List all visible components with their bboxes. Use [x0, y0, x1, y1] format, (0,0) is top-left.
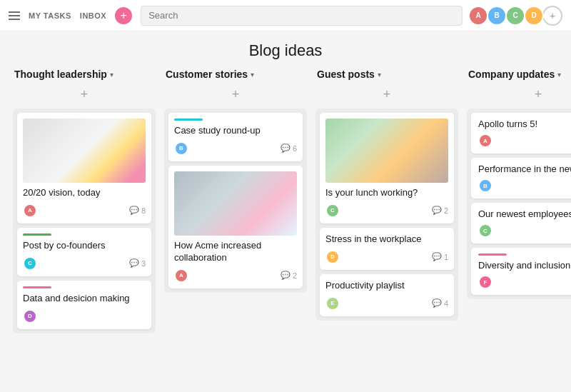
card-comment-count: 💬6 [281, 144, 297, 153]
add-collaborator-button[interactable]: + [542, 6, 562, 26]
card-avatar: C [325, 203, 340, 218]
card-title: Stress in the workplace [325, 233, 448, 246]
card-comment-count: 💬1 [432, 252, 448, 261]
card-avatar: B [478, 179, 492, 193]
hamburger-menu[interactable] [9, 11, 20, 20]
avatar-1[interactable]: A [468, 6, 488, 26]
column-title-thought-leadership: Thought leadership [14, 69, 107, 80]
column-cards-customer-stories: Case study round-up B 💬6 How Acme increa… [164, 109, 307, 293]
column-header-company-updates: Company updates ▾ [467, 69, 571, 80]
card-footer: B [478, 179, 571, 193]
card-avatar: C [478, 223, 492, 238]
card-lunch-working[interactable]: Is your lunch working? C 💬2 [320, 113, 454, 223]
card-footer: F [478, 275, 571, 289]
card-performance-new-year[interactable]: Performance in the new year B [471, 158, 571, 198]
card-bar [23, 233, 51, 236]
my-tasks-link[interactable]: MY TASKS [29, 11, 71, 20]
card-title: Our newest employees [478, 208, 571, 219]
column-title-customer-stories: Customer stories [166, 69, 248, 80]
card-bar [478, 253, 507, 256]
card-title: Post by co-founders [23, 240, 146, 252]
column-cards-thought-leadership: 20/20 vision, today A 💬8 Post by co-foun… [13, 109, 156, 333]
add-card-company-updates[interactable]: + [467, 84, 571, 104]
card-title: Performance in the new year [478, 164, 571, 174]
card-comment-count: 💬3 [129, 258, 146, 268]
add-card-guest-posts[interactable]: + [315, 84, 458, 104]
add-card-customer-stories[interactable]: + [164, 84, 307, 104]
avatar-2[interactable]: B [487, 6, 507, 26]
top-navigation: MY TASKS INBOX + A B C D + [0, 0, 571, 31]
card-title: Is your lunch working? [325, 187, 448, 199]
card-footer: D 💬1 [325, 250, 448, 264]
card-acme-collaboration[interactable]: How Acme increased collaboration A 💬2 [168, 166, 303, 288]
column-title-guest-posts: Guest posts [317, 69, 375, 80]
card-title: How Acme increased collaboration [174, 240, 297, 264]
column-thought-leadership: Thought leadership ▾ + 20/20 vision, tod… [13, 69, 156, 383]
card-footer: C [478, 223, 571, 238]
card-post-by-cofounders[interactable]: Post by co-founders C 💬3 [17, 228, 151, 276]
column-header-thought-leadership: Thought leadership ▾ [13, 69, 156, 80]
card-avatar: C [23, 256, 37, 271]
card-footer: A 💬2 [174, 268, 297, 283]
collaborators-avatars: A B C D + [471, 6, 562, 26]
card-comment-count: 💬2 [281, 271, 297, 280]
card-avatar: A [478, 134, 492, 148]
kanban-board: Thought leadership ▾ + 20/20 vision, tod… [0, 69, 571, 392]
card-footer: B 💬6 [174, 141, 297, 156]
card-productivity-playlist[interactable]: Productivity playlist E 💬4 [320, 274, 454, 316]
card-case-study[interactable]: Case study round-up B 💬6 [168, 113, 303, 161]
card-newest-employees[interactable]: Our newest employees C [471, 203, 571, 243]
card-footer: E 💬4 [325, 296, 448, 311]
card-title: Productivity playlist [325, 280, 448, 292]
add-card-thought-leadership[interactable]: + [13, 84, 156, 104]
card-footer: A 💬8 [23, 203, 146, 218]
card-footer: D [23, 309, 146, 323]
card-comment-count: 💬2 [432, 206, 448, 215]
card-avatar: A [174, 268, 188, 283]
card-title: Case study round-up [174, 125, 297, 137]
card-avatar: E [325, 296, 340, 311]
inbox-link[interactable]: INBOX [80, 11, 106, 20]
card-data-decision[interactable]: Data and desicion making D [17, 281, 151, 329]
column-guest-posts: Guest posts ▾ + Is your lunch working? C… [315, 69, 458, 383]
avatar-4[interactable]: D [524, 6, 544, 26]
column-header-customer-stories: Customer stories ▾ [164, 69, 307, 80]
card-bar [23, 286, 51, 288]
column-company-updates: Company updates ▾ + Apollo turns 5! A Pe… [467, 69, 571, 383]
card-title: Data and desicion making [23, 293, 146, 305]
card-avatar: F [478, 275, 492, 289]
card-footer: A [478, 134, 571, 148]
add-button[interactable]: + [115, 7, 132, 24]
card-diversity-inclusion[interactable]: Diversity and inclusion F [471, 248, 571, 295]
card-comment-count: 💬8 [129, 206, 146, 215]
card-avatar: D [325, 250, 340, 264]
chevron-icon: ▾ [251, 71, 254, 79]
chevron-icon: ▾ [378, 71, 381, 79]
card-bar [174, 119, 203, 121]
column-title-company-updates: Company updates [468, 69, 555, 80]
card-footer: C 💬3 [23, 256, 146, 271]
card-avatar: A [23, 203, 37, 218]
card-title: Diversity and inclusion [478, 260, 571, 271]
column-cards-company-updates: Apollo turns 5! A Performance in the new… [467, 109, 571, 299]
page-title: Blog ideas [0, 41, 571, 60]
card-title: Apollo turns 5! [478, 119, 571, 129]
card-avatar: D [23, 309, 37, 323]
card-20-20-vision[interactable]: 20/20 vision, today A 💬8 [17, 113, 151, 223]
card-apollo-turns-5[interactable]: Apollo turns 5! A [471, 113, 571, 154]
card-comment-count: 💬4 [432, 298, 448, 308]
chevron-icon: ▾ [110, 71, 113, 79]
card-stress-workplace[interactable]: Stress in the workplace D 💬1 [320, 228, 454, 270]
page-header: Blog ideas [0, 31, 571, 69]
card-title: 20/20 vision, today [23, 187, 146, 199]
column-cards-guest-posts: Is your lunch working? C 💬2 Stress in th… [315, 109, 458, 321]
search-input[interactable] [141, 6, 463, 26]
card-avatar: B [174, 141, 188, 156]
column-customer-stories: Customer stories ▾ + Case study round-up… [164, 69, 307, 383]
avatar-3[interactable]: C [505, 6, 525, 26]
card-footer: C 💬2 [325, 203, 448, 218]
chevron-icon: ▾ [557, 71, 561, 79]
column-header-guest-posts: Guest posts ▾ [315, 69, 458, 80]
